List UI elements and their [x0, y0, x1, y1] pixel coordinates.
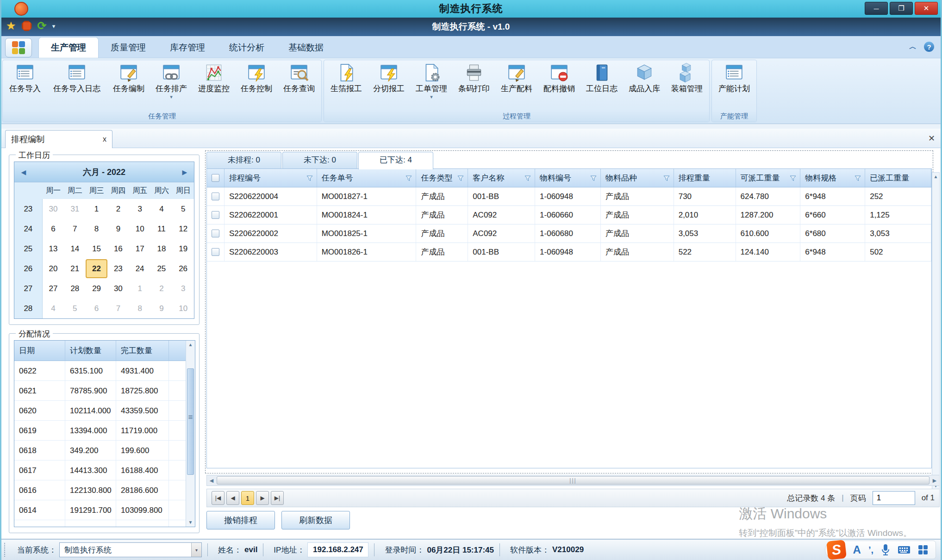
- grid-tab-3[interactable]: 已下达: 4: [358, 152, 433, 169]
- row-checkbox[interactable]: [212, 211, 219, 219]
- tab-schedule-editing[interactable]: 排程编制 x: [5, 130, 112, 148]
- grid-column-header[interactable]: 排程重量: [674, 169, 736, 187]
- stop-hexagon-icon[interactable]: [22, 21, 32, 31]
- allocation-column-header[interactable]: 完工数量: [116, 341, 169, 361]
- grid-column-header[interactable]: 物料规格: [800, 169, 865, 187]
- calendar-day-selected[interactable]: 22: [86, 259, 107, 278]
- row-checkbox[interactable]: [212, 248, 219, 256]
- refresh-data-button[interactable]: 刷新数据: [281, 511, 350, 529]
- calendar-day[interactable]: 18: [151, 239, 173, 259]
- calendar-day[interactable]: 25: [150, 259, 172, 279]
- office-menu-button[interactable]: [5, 38, 32, 57]
- keyboard-icon[interactable]: [898, 545, 911, 554]
- ribbon-button-条码打印[interactable]: 条码打印: [453, 61, 495, 94]
- ribbon-button-工位日志[interactable]: 工位日志: [580, 61, 623, 94]
- allocation-row[interactable]: 061913394.00011719.000: [14, 421, 195, 441]
- calendar-day[interactable]: 28: [64, 279, 86, 299]
- filter-funnel-icon[interactable]: [590, 175, 597, 181]
- grid-scroll-left-icon[interactable]: ◀: [207, 478, 216, 484]
- filter-funnel-icon[interactable]: [306, 175, 313, 181]
- grid-vertical-scrollbar[interactable]: ▲ ▼: [932, 172, 940, 491]
- calendar-day[interactable]: 3: [172, 279, 194, 299]
- grid-scroll-thumb[interactable]: |||: [217, 476, 930, 485]
- calendar-day[interactable]: 6: [43, 219, 64, 239]
- ribbon-button-生箔报工[interactable]: 生箔报工: [325, 61, 368, 94]
- row-checkbox-cell[interactable]: [207, 187, 225, 205]
- calendar-day[interactable]: 21: [64, 259, 86, 279]
- ribbon-button-成品入库[interactable]: 成品入库: [623, 61, 666, 94]
- grid-column-header[interactable]: 物料编号: [535, 169, 601, 187]
- ribbon-button-任务编制[interactable]: 任务编制: [107, 61, 150, 94]
- pager-last-button[interactable]: ▶|: [271, 491, 284, 505]
- calendar-day[interactable]: 2: [107, 199, 129, 219]
- filter-funnel-icon[interactable]: [855, 175, 861, 181]
- ribbon-button-任务排产[interactable]: 任务排产▾: [150, 61, 193, 99]
- combo-dropdown-icon[interactable]: ▾: [191, 543, 201, 557]
- pager-next-button[interactable]: ▶: [256, 491, 269, 505]
- grid-row[interactable]: S2206220003MO001826-1产成品001-BB1-060948产成…: [207, 243, 931, 261]
- calendar-day[interactable]: 30: [107, 279, 129, 299]
- allocation-row[interactable]: 0618349.200199.600: [14, 441, 195, 460]
- system-select[interactable]: 制造执行系统 ▾: [59, 542, 202, 557]
- calendar-day[interactable]: 17: [129, 239, 151, 259]
- refresh-icon[interactable]: ⟳: [37, 19, 47, 32]
- calendar-day[interactable]: 26: [172, 259, 194, 279]
- calendar-day[interactable]: 15: [86, 239, 107, 259]
- row-checkbox-cell[interactable]: [207, 243, 225, 261]
- page-number-input[interactable]: [873, 491, 915, 505]
- row-checkbox-cell[interactable]: [207, 206, 225, 224]
- help-icon[interactable]: ?: [924, 42, 934, 52]
- calendar-day[interactable]: 4: [43, 299, 64, 318]
- quick-access-more-icon[interactable]: ▾: [52, 23, 56, 30]
- allocation-scroll-thumb[interactable]: [187, 368, 194, 475]
- calendar-day[interactable]: 1: [129, 279, 151, 299]
- grid-row[interactable]: S2206220004MO001827-1产成品001-BB1-060948产成…: [207, 187, 931, 206]
- filter-funnel-icon[interactable]: [790, 175, 796, 181]
- punctuation-mode-icon[interactable]: ’,: [868, 545, 873, 555]
- grid-horizontal-scrollbar[interactable]: ◀ ||| ▶: [206, 475, 940, 486]
- row-checkbox-cell[interactable]: [207, 224, 225, 243]
- grid-column-header[interactable]: 客户名称: [468, 169, 535, 187]
- pager-first-button[interactable]: |◀: [212, 491, 225, 505]
- ribbon-button-配料撤销[interactable]: 配料撤销: [538, 61, 580, 94]
- calendar-day[interactable]: 31: [64, 199, 86, 219]
- allocation-scrollbar[interactable]: ▲ ▼: [186, 341, 195, 527]
- grid-scroll-up-icon[interactable]: ▲: [932, 173, 939, 181]
- calendar-day[interactable]: 2: [151, 279, 173, 299]
- calendar-day[interactable]: 5: [172, 199, 194, 219]
- undo-schedule-button[interactable]: 撤销排程: [206, 511, 275, 529]
- calendar-day[interactable]: 3: [129, 199, 151, 219]
- calendar-day[interactable]: 29: [86, 279, 107, 299]
- calendar-day[interactable]: 1: [86, 199, 107, 219]
- scroll-down-icon[interactable]: ▼: [186, 518, 195, 527]
- grid-column-header[interactable]: 物料品种: [601, 169, 674, 187]
- filter-funnel-icon[interactable]: [663, 175, 670, 181]
- calendar-next-icon[interactable]: ▶: [175, 168, 194, 176]
- calendar-day[interactable]: 8: [86, 219, 107, 239]
- microphone-icon[interactable]: [881, 544, 890, 556]
- calendar-day[interactable]: 20: [43, 259, 64, 279]
- grid-column-header[interactable]: 已派工重量: [865, 169, 931, 187]
- select-all-checkbox[interactable]: [212, 174, 219, 182]
- ribbon-button-装箱管理[interactable]: 装箱管理: [666, 61, 708, 94]
- calendar-day[interactable]: 10: [172, 299, 194, 318]
- calendar-day[interactable]: 7: [107, 299, 129, 318]
- minimize-button[interactable]: ─: [865, 2, 888, 15]
- ribbon-collapse-icon[interactable]: ︿: [909, 42, 917, 52]
- grid-column-header[interactable]: 任务单号: [317, 169, 417, 187]
- calendar-day[interactable]: 30: [43, 199, 64, 219]
- ribbon-button-生产配料[interactable]: 生产配料: [495, 61, 538, 94]
- grid-scroll-right-icon[interactable]: ▶: [930, 478, 939, 484]
- allocation-row[interactable]: 0613584.400516.600: [14, 520, 195, 527]
- calendar-day[interactable]: 14: [64, 239, 86, 259]
- ribbon-button-工单管理[interactable]: 工单管理▾: [410, 61, 453, 99]
- sogou-logo-icon[interactable]: S: [826, 540, 847, 560]
- calendar-day[interactable]: 11: [151, 219, 173, 239]
- calendar-day[interactable]: 16: [107, 239, 129, 259]
- grid-column-header[interactable]: 任务类型: [416, 169, 468, 187]
- calendar-day[interactable]: 9: [107, 219, 129, 239]
- grid-column-header[interactable]: 排程编号: [225, 169, 317, 187]
- ribbon-button-分切报工[interactable]: 分切报工: [368, 61, 410, 94]
- ribbon-tab-4[interactable]: 统计分析: [217, 37, 276, 58]
- allocation-row[interactable]: 061714413.30016188.400: [14, 460, 195, 480]
